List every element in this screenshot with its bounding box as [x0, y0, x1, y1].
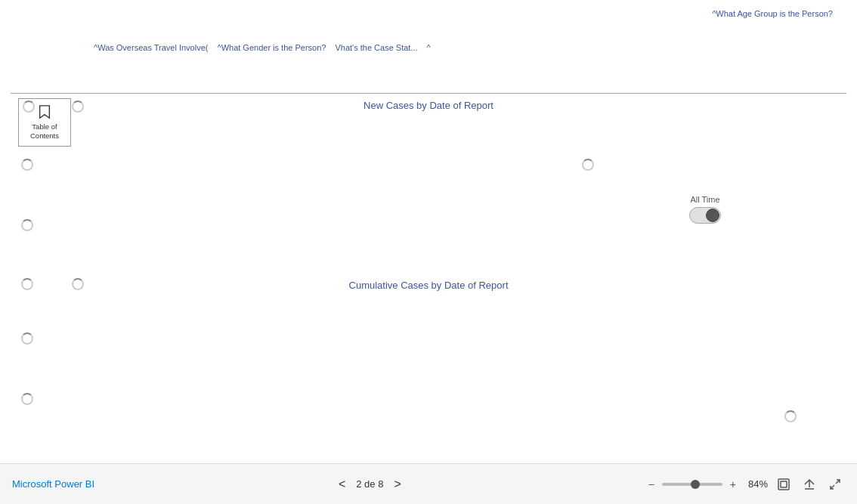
toc-label: Table ofContents: [30, 122, 59, 141]
svg-rect-1: [781, 481, 787, 487]
cumulative-cases-title[interactable]: Cumulative Cases by Date of Report: [349, 280, 509, 291]
right-icons: − + 84%: [645, 475, 845, 494]
extra-filter[interactable]: ^: [424, 42, 434, 54]
page-info: 2 de 8: [356, 478, 383, 490]
overseas-travel-filter[interactable]: ^Was Overseas Travel Involve(: [91, 42, 211, 54]
age-group-filter[interactable]: ^What Age Group is the Person?: [709, 8, 836, 20]
pagination-controls: < 2 de 8 >: [334, 476, 406, 493]
share-icon: [803, 478, 816, 491]
fit-page-button[interactable]: [774, 475, 794, 494]
spinner-4: [21, 219, 33, 231]
all-time-toggle[interactable]: [689, 207, 721, 224]
page-prev-button[interactable]: <: [334, 476, 350, 493]
section-divider: [11, 93, 846, 94]
zoom-in-button[interactable]: +: [727, 477, 739, 492]
spinner-10: [784, 410, 797, 422]
spinner-8: [21, 332, 33, 345]
zoom-percent: 84%: [744, 478, 768, 490]
fullscreen-icon: [828, 478, 842, 491]
spinner-9: [21, 393, 33, 405]
all-time-label: All Time: [690, 195, 719, 204]
spinner-3: [21, 159, 33, 171]
svg-rect-0: [778, 479, 789, 490]
fit-page-icon: [777, 478, 790, 491]
spinner-5: [582, 159, 594, 171]
spinner-6: [21, 278, 33, 290]
zoom-out-button[interactable]: −: [645, 477, 657, 492]
bookmark-icon: [38, 104, 51, 119]
spinner-2: [72, 100, 84, 113]
new-cases-title[interactable]: New Cases by Date of Report: [364, 100, 493, 111]
page-next-button[interactable]: >: [389, 476, 405, 493]
fullscreen-button[interactable]: [825, 475, 845, 494]
filter-buttons-row: ^Was Overseas Travel Involve( ^What Gend…: [0, 42, 857, 54]
spinner-7: [72, 278, 84, 290]
share-button[interactable]: [800, 475, 819, 494]
main-canvas: ^What Age Group is the Person? ^Was Over…: [0, 0, 857, 463]
bottom-toolbar: Microsoft Power BI < 2 de 8 > − + 84%: [0, 463, 857, 504]
powerbi-link[interactable]: Microsoft Power BI: [12, 478, 94, 490]
zoom-controls: − + 84%: [645, 477, 768, 492]
spinner-1: [23, 100, 35, 113]
zoom-slider-thumb[interactable]: [691, 480, 700, 489]
zoom-slider-track[interactable]: [662, 483, 722, 486]
all-time-toggle-container: All Time: [689, 195, 721, 224]
case-status-filter[interactable]: Vhat's the Case Stat...: [332, 42, 420, 54]
toggle-knob: [706, 209, 719, 222]
gender-filter[interactable]: ^What Gender is the Person?: [214, 42, 329, 54]
